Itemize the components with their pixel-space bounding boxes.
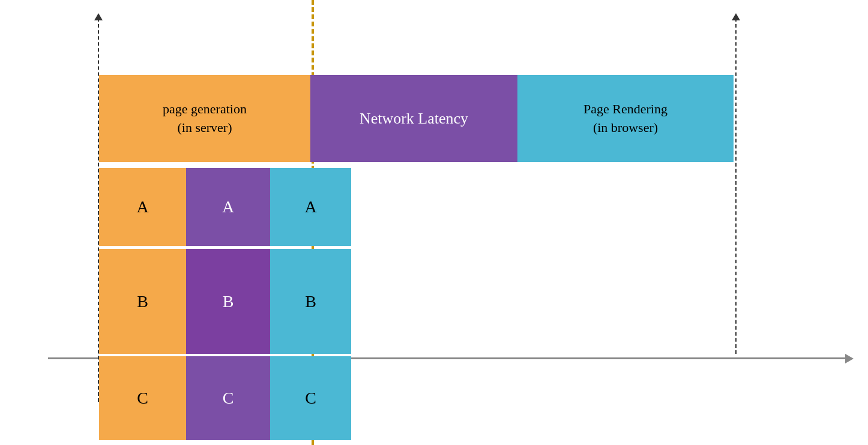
page-generation-label: page generation(in server) — [163, 100, 247, 137]
cell-b1-label: B — [137, 292, 148, 311]
cell-a3-label: A — [304, 197, 316, 217]
cell-c-purple: C — [186, 356, 270, 440]
block-page-generation: page generation(in server) — [99, 75, 310, 162]
top-row: page generation(in server) Network Laten… — [99, 75, 734, 162]
cell-a-blue: A — [270, 168, 351, 246]
cell-c-orange: C — [99, 356, 186, 440]
page-rendering-label: Page Rendering(in browser) — [583, 100, 668, 137]
right-vertical-line — [735, 18, 737, 354]
left-vertical-arrow — [94, 13, 103, 20]
cell-a1-label: A — [136, 197, 148, 217]
row-c: C C C — [99, 356, 351, 440]
network-latency-label: Network Latency — [360, 110, 468, 128]
row-a: A A A — [99, 168, 351, 246]
diagram-container: page generation(in server) Network Laten… — [0, 0, 868, 445]
block-network-latency: Network Latency — [310, 75, 517, 162]
h-axis-arrow — [845, 354, 854, 363]
right-vertical-arrow — [732, 13, 740, 20]
cell-a-purple: A — [186, 168, 270, 246]
block-page-rendering: Page Rendering(in browser) — [517, 75, 734, 162]
cell-c2-label: C — [223, 389, 234, 408]
cell-b-blue: B — [270, 249, 351, 354]
cell-b-purple: B — [186, 249, 270, 354]
cell-c1-label: C — [137, 389, 148, 408]
cell-b-orange: B — [99, 249, 186, 354]
cell-a2-label: A — [222, 197, 234, 217]
cell-c-blue: C — [270, 356, 351, 440]
cell-a-orange: A — [99, 168, 186, 246]
cell-c3-label: C — [305, 389, 316, 408]
cell-b2-label: B — [223, 292, 234, 311]
row-b: B B B — [99, 249, 351, 354]
cell-b3-label: B — [305, 292, 316, 311]
